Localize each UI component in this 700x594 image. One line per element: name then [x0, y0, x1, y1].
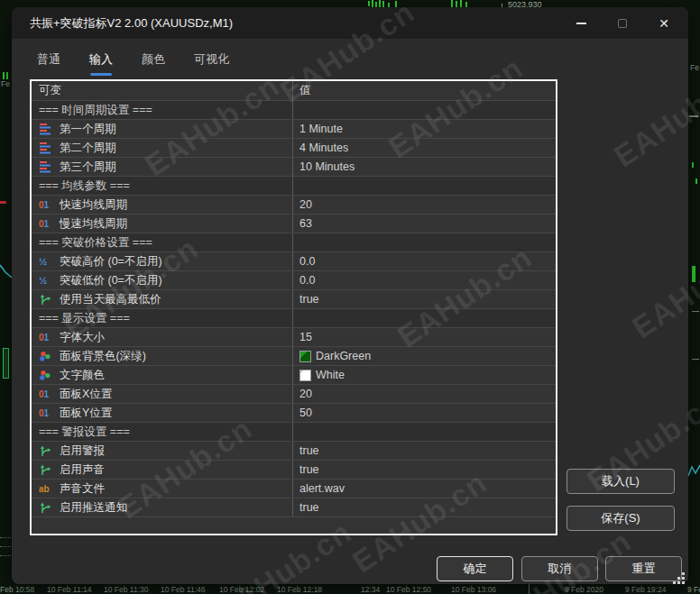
ok-button[interactable]: 确定: [437, 556, 513, 581]
param-value-cell[interactable]: true: [293, 461, 556, 479]
maximize-icon: [618, 19, 627, 28]
double-icon: ½: [39, 275, 54, 286]
bg-gray-dash-right: [692, 359, 699, 360]
param-name-cell: 启用警报: [32, 442, 293, 460]
param-value-cell[interactable]: 1 Minute: [293, 120, 556, 138]
param-label: 面板Y位置: [60, 406, 112, 421]
tab-2[interactable]: 颜色: [142, 51, 165, 76]
param-value-cell[interactable]: true: [293, 498, 556, 516]
param-row[interactable]: 启用推送通知true: [32, 498, 556, 517]
param-row[interactable]: 第三个周期10 Minutes: [32, 158, 556, 177]
param-row[interactable]: 使用当天最高最低价true: [32, 290, 556, 309]
param-label: 启用声音: [60, 462, 105, 478]
minimize-button[interactable]: [560, 7, 602, 39]
maximize-button[interactable]: [602, 7, 643, 39]
param-row[interactable]: 第二个周期4 Minutes: [32, 139, 556, 158]
param-value: true: [299, 293, 319, 306]
param-name-cell: 01面板X位置: [32, 385, 293, 403]
param-label: 文字颜色: [60, 368, 105, 383]
param-value-cell[interactable]: 50: [293, 404, 556, 422]
param-row[interactable]: 启用警报true: [32, 442, 556, 461]
param-value-cell[interactable]: true: [293, 442, 556, 460]
param-value-cell[interactable]: 4 Minutes: [293, 139, 556, 157]
timeframe-icon: [39, 161, 54, 173]
param-value-cell[interactable]: alert.wav: [293, 480, 556, 498]
param-label: 第三个周期: [60, 160, 116, 175]
tab-1[interactable]: 输入: [89, 51, 113, 76]
param-row[interactable]: 01慢速均线周期63: [32, 215, 556, 233]
section-row: === 显示设置 ===: [32, 309, 556, 328]
time-axis-label: 10 Feb 11:14: [47, 585, 91, 594]
integer-icon: 01: [39, 408, 54, 418]
load-button[interactable]: 载入(L): [566, 469, 675, 494]
bg-tick-right: [695, 178, 697, 184]
param-row[interactable]: ½突破低价 (0=不启用)0.0: [32, 271, 556, 290]
param-row[interactable]: ab声音文件alert.wav: [32, 480, 556, 498]
param-row[interactable]: ½突破高价 (0=不启用)0.0: [32, 252, 556, 271]
param-label: === 突破价格设置 ===: [39, 235, 152, 251]
resize-grip[interactable]: [672, 571, 686, 585]
save-button[interactable]: 保存(S): [566, 506, 675, 531]
param-name-cell: 第三个周期: [32, 158, 293, 176]
param-value-cell[interactable]: 63: [293, 215, 556, 233]
time-axis-label: 10 Feb 13:06: [451, 585, 496, 594]
param-name-cell: 使用当天最高最低价: [32, 290, 293, 308]
bg-volume-bar: [379, 0, 381, 7]
param-row[interactable]: 第一个周期1 Minute: [32, 120, 556, 139]
color-icon: [39, 370, 54, 381]
param-row[interactable]: 01面板Y位置50: [32, 404, 556, 423]
param-row[interactable]: 01面板X位置20: [32, 385, 556, 404]
double-icon: ½: [39, 256, 54, 267]
param-label: 声音文件: [60, 481, 105, 497]
param-row[interactable]: 文字颜色White: [32, 366, 556, 385]
param-value-cell[interactable]: 20: [293, 385, 556, 403]
timeframe-icon: [39, 123, 54, 135]
title-bar[interactable]: 共振+突破指标V2 2.00 (XAUUSDz,M1) ✕: [12, 7, 688, 39]
param-value: true: [299, 501, 319, 514]
bg-dotted-line: [0, 555, 11, 556]
time-axis-label: 10 Feb 12:18: [277, 585, 322, 594]
param-value-cell[interactable]: 20: [293, 196, 556, 214]
bg-volume-bar: [372, 0, 373, 7]
param-value-cell[interactable]: White: [293, 366, 556, 384]
bg-volume-bar: [368, 1, 370, 6]
param-value-cell: [293, 101, 556, 119]
reset-button[interactable]: 重置: [605, 556, 682, 581]
integer-icon: 01: [39, 389, 54, 399]
param-value-cell[interactable]: 15: [293, 328, 556, 346]
param-value-cell[interactable]: 10 Minutes: [293, 158, 556, 176]
param-name-cell: === 显示设置 ===: [32, 309, 293, 327]
param-row[interactable]: 面板背景色(深绿)DarkGreen: [32, 347, 556, 366]
param-value: alert.wav: [299, 482, 345, 495]
tab-label: 可视化: [194, 52, 229, 66]
cancel-button[interactable]: 取消: [521, 556, 598, 581]
param-label: === 均线参数 ===: [39, 178, 130, 194]
parameters-table: 可变 值 === 时间周期设置 ===第一个周期1 Minute第二个周期4 M…: [30, 79, 557, 535]
string-icon: ab: [39, 484, 54, 494]
param-value-cell[interactable]: 0.0: [293, 271, 556, 289]
param-name-cell: === 均线参数 ===: [32, 177, 293, 195]
bg-symbol-fragment-right: Fe: [690, 63, 699, 72]
param-row[interactable]: 01字体大小15: [32, 328, 556, 347]
param-value: 1 Minute: [299, 123, 343, 135]
param-value: 10 Minutes: [299, 160, 355, 173]
bg-red-mark: [0, 201, 6, 204]
tab-0[interactable]: 普通: [37, 51, 60, 76]
param-value-cell: [293, 423, 556, 441]
param-row[interactable]: 启用声音true: [32, 461, 556, 480]
bg-dotted-line: [0, 546, 11, 547]
param-value-cell[interactable]: DarkGreen: [293, 347, 556, 365]
bg-volume-bar: [395, 1, 397, 7]
color-swatch: [299, 370, 311, 381]
close-button[interactable]: ✕: [643, 7, 685, 39]
tab-label: 颜色: [142, 52, 165, 66]
param-name-cell: 第二个周期: [32, 139, 293, 157]
boolean-icon: [39, 294, 54, 306]
param-value-cell[interactable]: 0.0: [293, 252, 556, 270]
time-axis-label: 10 Feb 11:30: [104, 585, 148, 594]
param-row[interactable]: 01快速均线周期20: [32, 196, 556, 215]
table-header-row: 可变 值: [32, 81, 556, 101]
tab-3[interactable]: 可视化: [194, 51, 229, 76]
bg-gray-dash-right: [692, 311, 699, 312]
param-value-cell[interactable]: true: [293, 290, 556, 308]
